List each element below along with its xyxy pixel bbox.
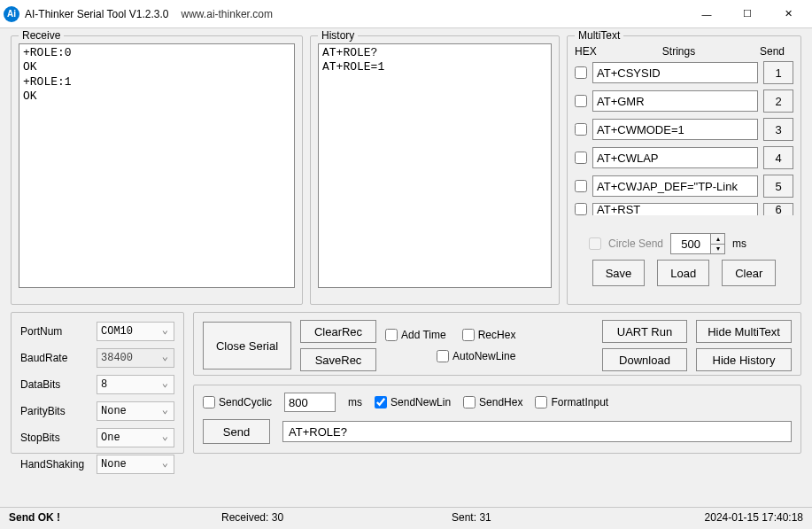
close-button[interactable]: ✕ (768, 1, 808, 27)
status-sent: Sent: 31 (452, 511, 705, 524)
multitext-string-input[interactable] (592, 119, 758, 140)
status-timestamp: 2024-01-15 17:40:18 (705, 511, 803, 524)
stopbits-combo[interactable]: One (97, 428, 174, 447)
handshaking-combo[interactable]: None (97, 455, 174, 474)
send-hex-checkbox[interactable] (463, 396, 476, 408)
spin-up-icon[interactable]: ▴ (711, 234, 724, 245)
multitext-string-input[interactable] (592, 203, 758, 215)
clear-rec-button[interactable]: ClearRec (300, 320, 376, 343)
multitext-save-button[interactable]: Save (592, 260, 646, 286)
send-cyclic-label: SendCyclic (219, 396, 272, 408)
multitext-hex-checkbox[interactable] (575, 152, 587, 164)
multitext-row: 4 (575, 146, 793, 169)
baudrate-label: BaudRate (20, 352, 97, 364)
multitext-head-hex: HEX (575, 45, 607, 58)
rec-hex-checkbox[interactable] (462, 329, 475, 341)
auto-newline-label: AutoNewLine (452, 350, 515, 362)
history-text[interactable]: AT+ROLE? AT+ROLE=1 (318, 43, 552, 288)
multitext-rows: 1 2 3 4 (575, 61, 793, 231)
baudrate-combo[interactable]: 38400 (97, 348, 174, 368)
port-settings-group: PortNumCOM10 BaudRate38400 DataBits8 Par… (11, 312, 184, 454)
command-input[interactable] (282, 421, 792, 442)
multitext-load-button[interactable]: Load (657, 260, 709, 286)
multitext-head-strings: Strings (607, 45, 751, 58)
multitext-row: 5 (575, 175, 793, 198)
receive-text[interactable]: +ROLE:0 OK +ROLE:1 OK (19, 43, 295, 288)
download-button[interactable]: Download (602, 348, 687, 371)
paritybits-label: ParityBits (20, 405, 97, 417)
format-input-label: FormatInput (551, 396, 608, 408)
multitext-send-button[interactable]: 1 (763, 61, 793, 84)
multitext-head-send: Send (751, 45, 793, 58)
titlebar: Ai AI-Thinker Serial Tool V1.2.3.0 www.a… (0, 0, 812, 28)
status-received: Received: 30 (221, 511, 452, 524)
add-time-checkbox[interactable] (385, 329, 398, 341)
multitext-clear-button[interactable]: Clear (722, 260, 776, 286)
send-button[interactable]: Send (203, 419, 270, 444)
databits-label: DataBits (20, 378, 97, 391)
hide-multitext-button[interactable]: Hide MultiText (696, 320, 792, 343)
window-title: AI-Thinker Serial Tool V1.2.3.0 (25, 8, 169, 20)
control-bottom-panel: SendCyclic ms SendNewLin SendHex FormatI… (193, 385, 801, 454)
history-legend: History (318, 29, 358, 42)
minimize-button[interactable]: — (686, 1, 727, 27)
send-newline-checkbox[interactable] (375, 396, 387, 408)
send-cyclic-checkbox[interactable] (203, 396, 215, 408)
multitext-row: 6 (575, 203, 793, 215)
multitext-send-button[interactable]: 3 (763, 118, 793, 141)
app-icon: Ai (4, 6, 19, 22)
circle-send-checkbox[interactable] (589, 237, 601, 250)
multitext-legend: MultiText (575, 29, 623, 42)
multitext-send-button[interactable]: 4 (763, 146, 793, 169)
circle-send-value[interactable] (671, 234, 710, 253)
send-newline-label: SendNewLin (391, 396, 451, 408)
multitext-string-input[interactable] (592, 90, 758, 112)
send-cyclic-unit: ms (348, 396, 362, 408)
status-message: Send OK ! (9, 511, 221, 524)
window-url: www.ai-thinker.com (182, 8, 686, 20)
multitext-row: 1 (575, 61, 793, 84)
multitext-group: MultiText HEX Strings Send 1 2 (567, 35, 801, 305)
maximize-button[interactable]: ☐ (727, 1, 768, 27)
portnum-label: PortNum (20, 325, 97, 338)
save-rec-button[interactable]: SaveRec (300, 348, 376, 371)
circle-send-label: Circle Send (608, 237, 663, 250)
history-group: History AT+ROLE? AT+ROLE=1 (310, 35, 560, 305)
multitext-hex-checkbox[interactable] (575, 180, 587, 192)
multitext-string-input[interactable] (592, 175, 758, 197)
multitext-row: 3 (575, 118, 793, 141)
rec-hex-label: RecHex (478, 329, 516, 341)
format-input-checkbox[interactable] (535, 396, 547, 408)
hide-history-button[interactable]: Hide History (696, 348, 792, 371)
spin-down-icon[interactable]: ▾ (711, 245, 724, 254)
receive-legend: Receive (19, 29, 64, 42)
multitext-string-input[interactable] (592, 147, 758, 168)
multitext-send-button[interactable]: 6 (763, 203, 793, 215)
multitext-hex-checkbox[interactable] (575, 95, 587, 107)
multitext-hex-checkbox[interactable] (575, 203, 587, 215)
close-serial-button[interactable]: Close Serial (203, 322, 291, 370)
databits-combo[interactable]: 8 (97, 375, 174, 394)
add-time-label: Add Time (401, 329, 446, 341)
uart-run-button[interactable]: UART Run (602, 320, 687, 343)
multitext-hex-checkbox[interactable] (575, 123, 587, 136)
multitext-send-button[interactable]: 5 (763, 175, 793, 198)
paritybits-combo[interactable]: None (97, 401, 174, 421)
status-bar: Send OK ! Received: 30 Sent: 31 2024-01-… (0, 507, 812, 526)
send-cyclic-value[interactable] (284, 393, 336, 412)
circle-send-spinner[interactable]: ▴▾ (670, 233, 725, 254)
multitext-hex-checkbox[interactable] (575, 66, 587, 79)
multitext-string-input[interactable] (592, 62, 758, 83)
auto-newline-checkbox[interactable] (437, 350, 449, 362)
portnum-combo[interactable]: COM10 (97, 322, 174, 341)
receive-group: Receive +ROLE:0 OK +ROLE:1 OK (11, 35, 303, 305)
control-top-panel: Close Serial ClearRec SaveRec Add Time R… (193, 312, 801, 376)
handshaking-label: HandShaking (20, 458, 97, 471)
circle-send-unit: ms (732, 237, 746, 250)
send-hex-label: SendHex (479, 396, 522, 408)
multitext-row: 2 (575, 89, 793, 113)
multitext-send-button[interactable]: 2 (763, 89, 793, 113)
stopbits-label: StopBits (20, 432, 97, 444)
